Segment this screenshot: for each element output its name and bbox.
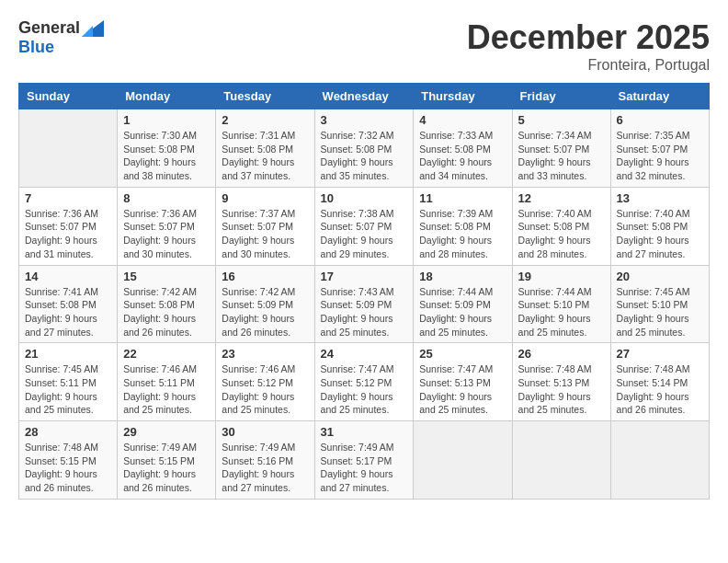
day-info: Sunrise: 7:46 AM Sunset: 5:12 PM Dayligh…	[222, 362, 308, 417]
day-number: 2	[222, 113, 308, 127]
week-row-3: 14Sunrise: 7:41 AM Sunset: 5:08 PM Dayli…	[19, 265, 710, 343]
day-number: 6	[617, 113, 703, 127]
calendar-cell: 28Sunrise: 7:48 AM Sunset: 5:15 PM Dayli…	[19, 421, 118, 500]
day-info: Sunrise: 7:46 AM Sunset: 5:11 PM Dayligh…	[123, 362, 210, 417]
day-info: Sunrise: 7:47 AM Sunset: 5:13 PM Dayligh…	[419, 362, 506, 417]
day-number: 18	[419, 270, 506, 283]
calendar-cell: 23Sunrise: 7:46 AM Sunset: 5:12 PM Dayli…	[216, 343, 314, 421]
logo: General Blue	[18, 18, 104, 57]
day-info: Sunrise: 7:32 AM Sunset: 5:08 PM Dayligh…	[321, 129, 408, 183]
calendar-cell: 6Sunrise: 7:35 AM Sunset: 5:07 PM Daylig…	[610, 109, 709, 188]
day-number: 12	[518, 191, 605, 205]
day-number: 31	[321, 425, 408, 439]
day-info: Sunrise: 7:36 AM Sunset: 5:07 PM Dayligh…	[25, 207, 111, 261]
day-info: Sunrise: 7:39 AM Sunset: 5:08 PM Dayligh…	[419, 207, 506, 261]
calendar-cell: 24Sunrise: 7:47 AM Sunset: 5:12 PM Dayli…	[314, 343, 414, 421]
calendar-cell: 9Sunrise: 7:37 AM Sunset: 5:07 PM Daylig…	[216, 187, 314, 265]
title-area: December 2025 Fronteira, Portugal	[467, 18, 710, 74]
weekday-header-wednesday: Wednesday	[314, 84, 414, 109]
day-info: Sunrise: 7:37 AM Sunset: 5:07 PM Dayligh…	[222, 207, 308, 261]
day-number: 4	[419, 113, 506, 127]
week-row-2: 7Sunrise: 7:36 AM Sunset: 5:07 PM Daylig…	[19, 187, 710, 265]
day-info: Sunrise: 7:49 AM Sunset: 5:17 PM Dayligh…	[321, 441, 408, 495]
calendar-cell: 11Sunrise: 7:39 AM Sunset: 5:08 PM Dayli…	[414, 187, 512, 265]
calendar-cell: 1Sunrise: 7:30 AM Sunset: 5:08 PM Daylig…	[118, 109, 216, 188]
day-number: 29	[123, 425, 210, 439]
calendar-cell: 15Sunrise: 7:42 AM Sunset: 5:08 PM Dayli…	[118, 265, 216, 343]
day-number: 10	[321, 191, 408, 205]
svg-marker-1	[82, 26, 93, 37]
weekday-header-sunday: Sunday	[19, 84, 118, 109]
calendar-cell: 29Sunrise: 7:49 AM Sunset: 5:15 PM Dayli…	[118, 421, 216, 500]
day-info: Sunrise: 7:38 AM Sunset: 5:07 PM Dayligh…	[321, 207, 408, 261]
calendar-cell: 31Sunrise: 7:49 AM Sunset: 5:17 PM Dayli…	[314, 421, 414, 500]
calendar-cell: 3Sunrise: 7:32 AM Sunset: 5:08 PM Daylig…	[314, 109, 414, 188]
logo-icon	[82, 20, 104, 37]
calendar-cell: 18Sunrise: 7:44 AM Sunset: 5:09 PM Dayli…	[414, 265, 512, 343]
calendar-table: SundayMondayTuesdayWednesdayThursdayFrid…	[18, 83, 710, 500]
day-info: Sunrise: 7:42 AM Sunset: 5:08 PM Dayligh…	[123, 285, 210, 339]
calendar-cell: 14Sunrise: 7:41 AM Sunset: 5:08 PM Dayli…	[19, 265, 118, 343]
day-info: Sunrise: 7:44 AM Sunset: 5:10 PM Dayligh…	[518, 285, 605, 339]
day-info: Sunrise: 7:49 AM Sunset: 5:16 PM Dayligh…	[222, 441, 308, 495]
day-info: Sunrise: 7:42 AM Sunset: 5:09 PM Dayligh…	[222, 285, 308, 339]
day-info: Sunrise: 7:43 AM Sunset: 5:09 PM Dayligh…	[321, 285, 408, 339]
calendar-cell: 22Sunrise: 7:46 AM Sunset: 5:11 PM Dayli…	[118, 343, 216, 421]
day-info: Sunrise: 7:48 AM Sunset: 5:14 PM Dayligh…	[617, 362, 703, 417]
calendar-cell: 30Sunrise: 7:49 AM Sunset: 5:16 PM Dayli…	[216, 421, 314, 500]
day-number: 20	[617, 270, 703, 283]
day-number: 26	[518, 347, 605, 361]
calendar-cell	[414, 421, 512, 500]
day-info: Sunrise: 7:34 AM Sunset: 5:07 PM Dayligh…	[518, 129, 605, 183]
calendar-cell: 12Sunrise: 7:40 AM Sunset: 5:08 PM Dayli…	[512, 187, 610, 265]
calendar-cell	[512, 421, 610, 500]
day-info: Sunrise: 7:44 AM Sunset: 5:09 PM Dayligh…	[419, 285, 506, 339]
calendar-cell	[610, 421, 709, 500]
weekday-header-friday: Friday	[512, 84, 610, 109]
day-info: Sunrise: 7:40 AM Sunset: 5:08 PM Dayligh…	[617, 207, 703, 261]
day-number: 23	[222, 347, 308, 361]
day-number: 9	[222, 191, 308, 205]
day-info: Sunrise: 7:41 AM Sunset: 5:08 PM Dayligh…	[25, 285, 111, 339]
calendar-cell: 20Sunrise: 7:45 AM Sunset: 5:10 PM Dayli…	[610, 265, 709, 343]
calendar-cell: 8Sunrise: 7:36 AM Sunset: 5:07 PM Daylig…	[118, 187, 216, 265]
day-number: 16	[222, 270, 308, 283]
day-info: Sunrise: 7:48 AM Sunset: 5:15 PM Dayligh…	[25, 441, 111, 495]
day-info: Sunrise: 7:47 AM Sunset: 5:12 PM Dayligh…	[321, 362, 408, 417]
weekday-header-monday: Monday	[118, 84, 216, 109]
weekday-header-tuesday: Tuesday	[216, 84, 314, 109]
week-row-1: 1Sunrise: 7:30 AM Sunset: 5:08 PM Daylig…	[19, 109, 710, 188]
day-number: 30	[222, 425, 308, 439]
day-info: Sunrise: 7:45 AM Sunset: 5:11 PM Dayligh…	[25, 362, 111, 417]
calendar-cell	[19, 109, 118, 188]
calendar-cell: 25Sunrise: 7:47 AM Sunset: 5:13 PM Dayli…	[414, 343, 512, 421]
day-number: 5	[518, 113, 605, 127]
day-number: 17	[321, 270, 408, 283]
day-info: Sunrise: 7:36 AM Sunset: 5:07 PM Dayligh…	[123, 207, 210, 261]
weekday-header-saturday: Saturday	[610, 84, 709, 109]
day-info: Sunrise: 7:30 AM Sunset: 5:08 PM Dayligh…	[123, 129, 210, 183]
calendar-cell: 17Sunrise: 7:43 AM Sunset: 5:09 PM Dayli…	[314, 265, 414, 343]
day-number: 14	[25, 270, 111, 283]
day-number: 24	[321, 347, 408, 361]
day-number: 8	[123, 191, 210, 205]
calendar-cell: 7Sunrise: 7:36 AM Sunset: 5:07 PM Daylig…	[19, 187, 118, 265]
calendar-cell: 13Sunrise: 7:40 AM Sunset: 5:08 PM Dayli…	[610, 187, 709, 265]
logo-blue-text: Blue	[18, 38, 54, 57]
day-number: 22	[123, 347, 210, 361]
calendar-cell: 26Sunrise: 7:48 AM Sunset: 5:13 PM Dayli…	[512, 343, 610, 421]
calendar-cell: 10Sunrise: 7:38 AM Sunset: 5:07 PM Dayli…	[314, 187, 414, 265]
logo-general-text: General	[18, 18, 80, 38]
calendar-header: SundayMondayTuesdayWednesdayThursdayFrid…	[19, 84, 710, 109]
calendar-cell: 21Sunrise: 7:45 AM Sunset: 5:11 PM Dayli…	[19, 343, 118, 421]
weekday-header-thursday: Thursday	[414, 84, 512, 109]
day-number: 11	[419, 191, 506, 205]
month-title: December 2025	[467, 18, 710, 57]
calendar-cell: 27Sunrise: 7:48 AM Sunset: 5:14 PM Dayli…	[610, 343, 709, 421]
day-number: 27	[617, 347, 703, 361]
calendar-cell: 4Sunrise: 7:33 AM Sunset: 5:08 PM Daylig…	[414, 109, 512, 188]
week-row-5: 28Sunrise: 7:48 AM Sunset: 5:15 PM Dayli…	[19, 421, 710, 500]
page-header: General Blue December 2025 Fronteira, Po…	[18, 18, 710, 74]
weekday-header-row: SundayMondayTuesdayWednesdayThursdayFrid…	[19, 84, 710, 109]
day-number: 3	[321, 113, 408, 127]
